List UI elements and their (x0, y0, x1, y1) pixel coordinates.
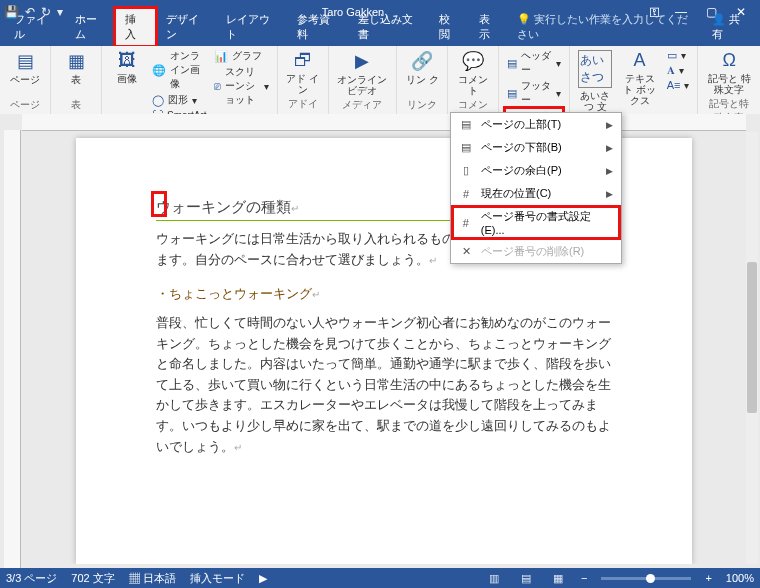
zoom-out-button[interactable]: − (581, 572, 587, 584)
document-canvas[interactable]: ウォーキングの種類↵ ウォーキングには日常生活から取り入れられるものから本格的な… (26, 132, 742, 564)
text-cursor-highlight (154, 194, 164, 214)
quickparts-button[interactable]: ▭▾ (665, 48, 692, 63)
online-video-button[interactable]: ▶オンライン ビデオ (335, 48, 391, 98)
menu-page-top[interactable]: ▤ページの上部(T)▶ (451, 113, 621, 136)
menu-remove-page-numbers[interactable]: ✕ページ番号の削除(R) (451, 240, 621, 263)
dropcap-button[interactable]: A≡▾ (665, 78, 692, 92)
zoom-in-button[interactable]: + (705, 572, 711, 584)
tab-mailings[interactable]: 差し込み文書 (348, 8, 429, 46)
menu-current-position[interactable]: #現在の位置(C)▶ (451, 182, 621, 205)
doc-paragraph-2[interactable]: 普段、忙しくて時間のない人やウォーキング初心者にお勧めなのがこのウォーキング。ち… (156, 313, 612, 457)
horizontal-ruler[interactable] (22, 114, 746, 131)
comment-button[interactable]: 💬コメント (454, 48, 492, 98)
vertical-scrollbar[interactable] (746, 132, 758, 564)
view-print-icon[interactable]: ▤ (517, 572, 535, 585)
status-macro-icon[interactable]: ▶ (259, 572, 267, 585)
greeting-button[interactable]: あいさつあいさつ 文 (576, 48, 614, 114)
group-symbols: Ω記号と 特殊文字 記号と特殊文字 (698, 46, 760, 114)
scrollbar-thumb[interactable] (747, 262, 757, 413)
qat-customize-icon[interactable]: ▾ (57, 5, 63, 19)
links-button[interactable]: 🔗リン ク (403, 48, 441, 87)
group-links: 🔗リン ク リンク (397, 46, 448, 114)
page-number-menu: ▤ページの上部(T)▶ ▤ページの下部(B)▶ ▯ページの余白(P)▶ #現在の… (450, 112, 622, 264)
tab-layout[interactable]: レイアウト (216, 8, 287, 46)
work-area: ウォーキングの種類↵ ウォーキングには日常生活から取り入れられるものから本格的な… (0, 114, 760, 568)
symbols-button[interactable]: Ω記号と 特殊文字 (704, 48, 754, 97)
tab-insert[interactable]: 挿入 (115, 8, 155, 46)
screenshot-button[interactable]: ⎚スクリーンショット▾ (212, 64, 270, 108)
tab-references[interactable]: 参考資料 (287, 8, 348, 46)
undo-icon[interactable]: ↶ (25, 5, 35, 19)
addins-button[interactable]: 🗗アド イン (284, 48, 322, 97)
group-media: ▶オンライン ビデオ メディア (329, 46, 398, 114)
table-button[interactable]: ▦表 (57, 48, 95, 87)
group-text: あいさつあいさつ 文 Aテキスト ボックス ▭▾ 𝐀▾ A≡▾ テキスト (570, 46, 698, 114)
view-read-icon[interactable]: ▥ (485, 572, 503, 585)
pages-button[interactable]: ▤ページ (6, 48, 44, 87)
group-pages: ▤ページ ページ (0, 46, 51, 114)
vertical-ruler[interactable] (4, 130, 21, 568)
tab-design[interactable]: デザイン (156, 8, 217, 46)
tab-review[interactable]: 校閲 (429, 8, 469, 46)
ribbon-tabs: ファイル ホーム 挿入 デザイン レイアウト 参考資料 差し込み文書 校閲 表示… (0, 24, 760, 46)
menu-format-page-numbers[interactable]: #ページ番号の書式設定(E)... (451, 205, 621, 240)
tab-home[interactable]: ホーム (65, 8, 116, 46)
chart-button[interactable]: 📊グラフ (212, 48, 270, 64)
ribbon: ▤ページ ページ ▦表 表 🖼画像 🌐オンライン画像 ◯図形▾ ⛶SmartAr… (0, 46, 760, 115)
doc-subheading[interactable]: ・ちょこっとウォーキング↵ (156, 284, 612, 305)
share-button[interactable]: 👤 共有 (704, 8, 756, 46)
group-addins: 🗗アド イン アドイン (278, 46, 329, 114)
group-tables: ▦表 表 (51, 46, 102, 114)
menu-page-margin[interactable]: ▯ページの余白(P)▶ (451, 159, 621, 182)
status-bar: 3/3 ページ 702 文字 ▦ 日本語 挿入モード ▶ ▥ ▤ ▦ − + 1… (0, 568, 760, 588)
images-button[interactable]: 🖼画像 (108, 48, 146, 86)
group-illustrations: 🖼画像 🌐オンライン画像 ◯図形▾ ⛶SmartArt 📊グラフ ⎚スクリーンシ… (102, 46, 278, 114)
status-page[interactable]: 3/3 ページ (6, 571, 57, 586)
wordart-button[interactable]: 𝐀▾ (665, 63, 692, 78)
online-images-button[interactable]: 🌐オンライン画像 (150, 48, 208, 92)
status-wordcount[interactable]: 702 文字 (71, 571, 114, 586)
header-button[interactable]: ▤ヘッダー▾ (505, 48, 563, 78)
status-insert-mode[interactable]: 挿入モード (190, 571, 245, 586)
menu-page-bottom[interactable]: ▤ページの下部(B)▶ (451, 136, 621, 159)
group-comments: 💬コメント コメント (448, 46, 499, 114)
status-language[interactable]: ▦ 日本語 (129, 571, 176, 586)
save-icon[interactable]: 💾 (4, 5, 19, 19)
zoom-slider[interactable] (601, 577, 691, 580)
shapes-button[interactable]: ◯図形▾ (150, 92, 208, 108)
footer-button[interactable]: ▤フッター▾ (505, 78, 563, 108)
group-header-footer: ▤ヘッダー▾ ▤フッター▾ #ページ番号▾ ヘッダーとフッター (499, 46, 570, 114)
tell-me[interactable]: 💡 実行したい作業を入力してください (509, 8, 703, 46)
tab-view[interactable]: 表示 (469, 8, 509, 46)
redo-icon[interactable]: ↻ (41, 5, 51, 19)
textbox-button[interactable]: Aテキスト ボックス (618, 48, 660, 108)
zoom-level[interactable]: 100% (726, 572, 754, 584)
view-web-icon[interactable]: ▦ (549, 572, 567, 585)
